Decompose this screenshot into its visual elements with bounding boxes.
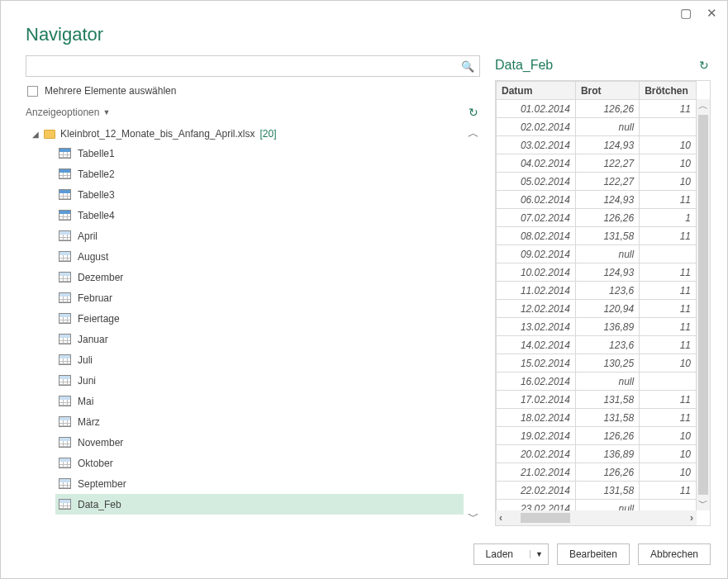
tree-scrollbar[interactable]: ︿ ﹀ <box>467 125 480 526</box>
navigator-pane: 🔍 Mehrere Elemente auswählen Anzeigeopti… <box>26 55 480 526</box>
cell: 19.02.2014 <box>497 427 576 445</box>
multiselect-checkbox[interactable] <box>27 86 38 97</box>
tree-item[interactable]: August <box>55 246 464 267</box>
column-header[interactable]: Brötchen <box>640 82 697 100</box>
cell: 10.02.2014 <box>497 263 576 282</box>
tree-item-label: Mai <box>78 396 93 407</box>
table-row[interactable]: 07.02.2014126,261 <box>497 209 697 227</box>
maximize-icon[interactable]: ▢ <box>680 7 692 19</box>
table-row[interactable]: 05.02.2014122,2710 <box>497 173 697 191</box>
table-row[interactable]: 22.02.2014131,5811 <box>497 482 697 500</box>
table-row[interactable]: 01.02.2014126,2611 <box>497 100 697 118</box>
tree-item[interactable]: April <box>55 225 464 246</box>
cell <box>640 245 697 263</box>
table-row[interactable]: 02.02.2014null <box>497 118 697 136</box>
preview-title: Data_Feb <box>495 58 553 73</box>
tree-item[interactable]: Oktober <box>55 453 464 473</box>
table-row[interactable]: 21.02.2014126,2610 <box>497 463 697 482</box>
edit-button[interactable]: Bearbeiten <box>557 543 630 565</box>
cell: 09.02.2014 <box>497 245 576 263</box>
tree-item[interactable]: März <box>55 411 464 432</box>
cell: 01.02.2014 <box>497 100 576 118</box>
grid-scrollbar-horizontal[interactable]: ‹ › <box>496 510 697 525</box>
scroll-down-icon[interactable]: ﹀ <box>698 496 708 510</box>
table-row[interactable]: 19.02.2014126,2610 <box>497 427 697 445</box>
load-button[interactable]: Laden ▼ <box>473 543 549 565</box>
tree-item[interactable]: Feiertage <box>55 308 464 329</box>
tree-item[interactable]: Data_Feb <box>55 494 464 515</box>
tree-item[interactable]: Januar <box>55 329 464 349</box>
tree-item-label: März <box>78 416 100 428</box>
folder-icon <box>44 130 55 139</box>
table-row[interactable]: 09.02.2014null <box>497 245 697 263</box>
table-row[interactable]: 10.02.2014124,9311 <box>497 263 697 282</box>
tree-item-label: Februar <box>78 292 112 304</box>
cell: 22.02.2014 <box>497 482 576 500</box>
preview-refresh-icon[interactable]: ↻ <box>699 59 711 71</box>
column-header[interactable]: Datum <box>497 82 576 100</box>
cell: 10 <box>640 354 697 373</box>
cell: 120,94 <box>575 300 639 318</box>
tree-item[interactable]: Tabelle4 <box>55 205 464 225</box>
table-row[interactable]: 03.02.2014124,9310 <box>497 136 697 154</box>
cell: 126,26 <box>575 427 639 445</box>
object-tree: ◢ Kleinbrot_12_Monate_bis_Anfang_April.x… <box>26 125 480 526</box>
refresh-icon[interactable]: ↻ <box>469 107 480 118</box>
scroll-down-icon[interactable]: ﹀ <box>468 510 479 524</box>
table-row[interactable]: 18.02.2014131,5811 <box>497 409 697 427</box>
scroll-left-icon[interactable]: ‹ <box>496 512 506 524</box>
tree-item[interactable]: Juni <box>55 370 464 391</box>
grid-scrollbar-vertical[interactable]: ︿ ﹀ <box>697 99 710 510</box>
scroll-thumb[interactable] <box>698 115 708 495</box>
tree-item[interactable]: Tabelle2 <box>55 164 464 184</box>
table-row[interactable]: 11.02.2014123,611 <box>497 282 697 300</box>
scroll-thumb[interactable] <box>521 513 570 523</box>
chevron-down-icon: ▼ <box>102 108 110 116</box>
display-options-dropdown[interactable]: Anzeigeoptionen ▼ <box>26 107 110 118</box>
cell: 11 <box>640 300 697 318</box>
table-row[interactable]: 12.02.2014120,9411 <box>497 300 697 318</box>
table-row[interactable]: 04.02.2014122,2710 <box>497 154 697 173</box>
search-icon: 🔍 <box>461 60 474 73</box>
tree-item[interactable]: Mai <box>55 391 464 411</box>
table-row[interactable]: 20.02.2014136,8910 <box>497 445 697 463</box>
column-header[interactable]: Brot <box>575 82 639 100</box>
cell: 10 <box>640 463 697 482</box>
tree-item[interactable]: Dezember <box>55 267 464 287</box>
table-row[interactable]: 16.02.2014null <box>497 373 697 391</box>
tree-item[interactable]: Februar <box>55 287 464 308</box>
tree-item[interactable]: September <box>55 473 464 494</box>
table-row[interactable]: 14.02.2014123,611 <box>497 336 697 354</box>
table-icon <box>59 272 71 282</box>
table-row[interactable]: 13.02.2014136,8911 <box>497 318 697 336</box>
tree-item-label: Juli <box>78 354 93 366</box>
table-row[interactable]: 06.02.2014124,9311 <box>497 191 697 209</box>
table-icon <box>59 189 71 200</box>
collapse-caret-icon[interactable]: ◢ <box>32 130 39 139</box>
search-input[interactable]: 🔍 <box>26 55 480 77</box>
cell: 130,25 <box>575 354 639 373</box>
table-row[interactable]: 08.02.2014131,5811 <box>497 227 697 245</box>
cell: 124,93 <box>575 191 639 209</box>
tree-item[interactable]: Tabelle3 <box>55 184 464 205</box>
tree-item[interactable]: November <box>55 432 464 453</box>
scroll-right-icon[interactable]: › <box>687 512 697 524</box>
table-row[interactable]: 17.02.2014131,5811 <box>497 391 697 409</box>
table-icon <box>59 148 71 159</box>
tree-item[interactable]: Tabelle1 <box>55 143 464 164</box>
cell: 123,6 <box>575 282 639 300</box>
table-icon <box>59 230 71 241</box>
scroll-up-icon[interactable]: ︿ <box>698 99 708 113</box>
tree-item[interactable]: Juli <box>55 349 464 370</box>
close-icon[interactable]: ✕ <box>707 7 717 19</box>
root-count: [20] <box>259 128 276 140</box>
cell: 131,58 <box>575 391 639 409</box>
table-row[interactable]: 15.02.2014130,2510 <box>497 354 697 373</box>
tree-root-row[interactable]: ◢ Kleinbrot_12_Monate_bis_Anfang_April.x… <box>32 125 464 143</box>
load-dropdown-icon[interactable]: ▼ <box>530 550 548 558</box>
scroll-up-icon[interactable]: ︿ <box>468 126 479 141</box>
cancel-button[interactable]: Abbrechen <box>638 543 711 565</box>
cell: 15.02.2014 <box>497 354 576 373</box>
cell: 126,26 <box>575 100 639 118</box>
cell: 02.02.2014 <box>497 118 576 136</box>
